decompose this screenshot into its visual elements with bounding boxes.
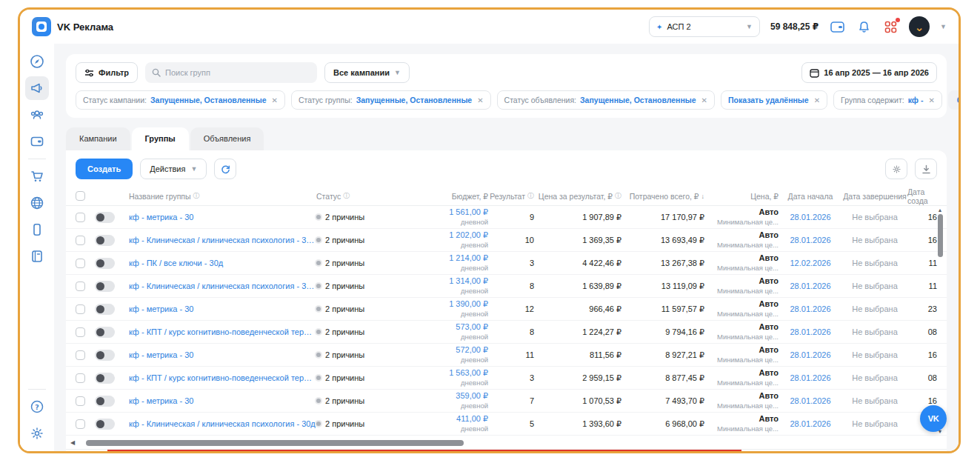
create-button[interactable]: Создать <box>76 159 133 179</box>
group-name-link[interactable]: кф - КПТ / курс когнитивно-поведенческой… <box>129 373 316 382</box>
vk-ads-logo-icon[interactable] <box>32 17 51 36</box>
chip-remove-icon[interactable]: ✕ <box>814 96 820 104</box>
cart-icon[interactable] <box>25 164 49 188</box>
account-menu-chevron-icon[interactable]: ▼ <box>940 23 947 30</box>
row-checkbox[interactable] <box>76 350 85 360</box>
col-spent[interactable]: Потрачено всего, ₽ <box>630 192 699 201</box>
status-text[interactable]: 2 причины <box>325 282 364 290</box>
status-text[interactable]: 2 причины <box>325 236 364 244</box>
row-toggle[interactable] <box>95 396 115 407</box>
budget-value[interactable]: 1 314,00 ₽ <box>449 276 488 287</box>
col-start-date[interactable]: Дата начала <box>788 192 833 201</box>
row-checkbox[interactable] <box>76 304 85 314</box>
audience-icon[interactable] <box>25 103 49 127</box>
table-row[interactable]: кф - Клиническая / клиническая психологи… <box>66 229 947 252</box>
start-date-link[interactable]: 28.01.2026 <box>790 373 830 382</box>
start-date-link[interactable]: 28.01.2026 <box>790 236 830 244</box>
row-checkbox[interactable] <box>76 236 85 245</box>
status-text[interactable]: 2 причины <box>325 419 364 428</box>
refresh-button[interactable] <box>214 159 236 179</box>
row-toggle[interactable] <box>95 281 115 292</box>
group-name-link[interactable]: кф - метрика - 30 <box>129 396 316 405</box>
vk-support-button[interactable]: VK <box>920 405 947 432</box>
row-toggle[interactable] <box>95 419 115 430</box>
status-text[interactable]: 2 причины <box>325 304 364 313</box>
start-date-link[interactable]: 28.01.2026 <box>790 327 830 336</box>
start-date-link[interactable]: 28.01.2026 <box>790 350 830 359</box>
budget-value[interactable]: 1 390,00 ₽ <box>449 299 488 310</box>
filter-chip[interactable]: Статус кампании: Запущенные, Остановленн… <box>76 90 285 110</box>
start-date-link[interactable]: 28.01.2026 <box>790 419 830 428</box>
group-name-link[interactable]: кф - метрика - 30 <box>129 350 316 359</box>
scroll-left-icon[interactable]: ◀ <box>70 439 75 446</box>
group-name-link[interactable]: кф - Клиническая / клиническая психологи… <box>129 236 316 244</box>
table-row[interactable]: кф - метрика - 30 2 причины 572,00 ₽днев… <box>66 344 947 367</box>
status-text[interactable]: 2 причины <box>325 327 364 336</box>
group-name-link[interactable]: кф - Клиническая / клиническая психологи… <box>129 419 316 428</box>
export-download-button[interactable] <box>915 159 937 179</box>
row-checkbox[interactable] <box>76 373 85 383</box>
chip-remove-icon[interactable]: ✕ <box>701 96 707 104</box>
col-end-date[interactable]: Дата завершения <box>843 192 907 201</box>
col-price[interactable]: Цена, ₽ <box>750 192 779 201</box>
col-status[interactable]: Статус <box>316 192 341 201</box>
tab-campaigns[interactable]: Кампании <box>66 127 130 150</box>
status-text[interactable]: 2 причины <box>325 350 364 359</box>
tab-ads[interactable]: Объявления <box>190 127 264 150</box>
start-date-link[interactable]: 28.01.2026 <box>790 396 830 405</box>
budget-value[interactable]: 411,00 ₽ <box>456 414 488 424</box>
help-icon[interactable]: ? <box>25 395 49 419</box>
budget-value[interactable]: 359,00 ₽ <box>456 391 488 402</box>
filter-chip[interactable]: Статус группы: Запущенные, Остановленные… <box>291 90 491 110</box>
col-created-date[interactable]: Дата созда <box>907 187 937 205</box>
col-result[interactable]: Результат <box>490 192 525 201</box>
col-budget[interactable]: Бюджет, ₽ <box>452 192 488 201</box>
row-toggle[interactable] <box>95 235 115 246</box>
wallet-card-icon[interactable] <box>25 130 49 153</box>
row-checkbox[interactable] <box>76 282 85 291</box>
row-toggle[interactable] <box>95 304 115 315</box>
campaign-scope-dropdown[interactable]: Все кампании ▼ <box>324 62 410 83</box>
group-name-link[interactable]: кф - Клиническая / клиническая психологи… <box>129 282 316 290</box>
filter-chip[interactable]: Статус объявления: Запущенные, Остановле… <box>497 90 715 110</box>
tab-groups[interactable]: Группы <box>132 127 189 150</box>
status-text[interactable]: 2 причины <box>325 396 364 405</box>
globe-icon[interactable] <box>25 191 49 215</box>
table-row[interactable]: кф - метрика - 30 2 причины 1 390,00 ₽дн… <box>66 298 947 321</box>
row-checkbox[interactable] <box>76 213 85 222</box>
col-cost-per-result[interactable]: Цена за результат, ₽ <box>539 192 613 201</box>
table-settings-button[interactable] <box>885 159 907 179</box>
row-toggle[interactable] <box>95 373 115 384</box>
group-name-link[interactable]: кф - КПТ / курс когнитивно-поведенческой… <box>129 327 316 336</box>
wallet-icon[interactable] <box>829 19 845 35</box>
start-date-link[interactable]: 12.02.2026 <box>790 259 830 267</box>
budget-value[interactable]: 1 214,00 ₽ <box>449 253 488 264</box>
filter-chip[interactable]: Группа содержит: кф - ✕ <box>833 90 942 110</box>
notifications-bell-icon[interactable] <box>856 19 872 35</box>
row-toggle[interactable] <box>95 350 115 361</box>
group-name-link[interactable]: кф - ПК / все ключи - 30д <box>129 259 316 267</box>
table-row[interactable]: кф - Клиническая / клиническая психологи… <box>66 275 947 298</box>
filter-chip[interactable]: Показать удалённые ✕ <box>721 90 827 110</box>
budget-value[interactable]: 1 202,00 ₽ <box>449 230 488 241</box>
row-checkbox[interactable] <box>76 259 85 268</box>
group-name-link[interactable]: кф - метрика - 30 <box>129 213 316 221</box>
start-date-link[interactable]: 28.01.2026 <box>790 304 830 313</box>
settings-gear-icon[interactable] <box>25 422 49 445</box>
row-toggle[interactable] <box>95 212 115 223</box>
row-toggle[interactable] <box>95 327 115 338</box>
apps-grid-icon[interactable] <box>882 19 899 35</box>
status-text[interactable]: 2 причины <box>325 213 364 221</box>
account-selector[interactable]: ✦ АСП 2 ▼ <box>649 16 760 37</box>
mobile-icon[interactable] <box>25 218 49 242</box>
row-checkbox[interactable] <box>76 419 85 429</box>
table-row[interactable]: кф - ПК / все ключи - 30д 2 причины 1 21… <box>66 252 947 275</box>
scroll-up-icon[interactable]: ▲ <box>938 207 943 213</box>
vertical-scroll-thumb[interactable] <box>938 214 943 257</box>
table-row[interactable]: кф - КПТ / курс когнитивно-поведенческой… <box>66 367 947 390</box>
megaphone-icon[interactable] <box>25 76 49 100</box>
row-checkbox[interactable] <box>76 327 85 337</box>
table-row[interactable]: кф - Клиническая / клиническая психологи… <box>66 413 947 436</box>
horizontal-scroll-thumb[interactable] <box>86 440 464 446</box>
start-date-link[interactable]: 28.01.2026 <box>790 282 830 290</box>
